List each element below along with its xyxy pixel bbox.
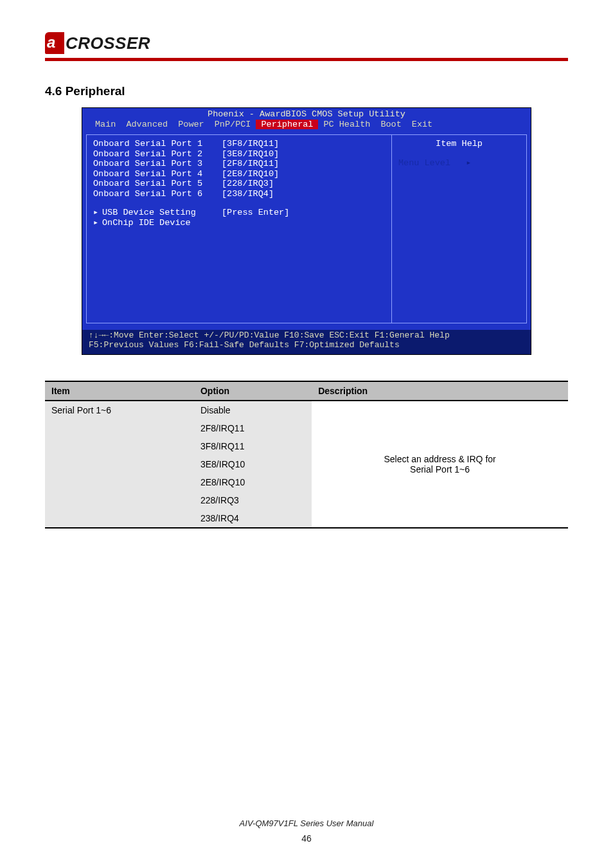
bios-row-value: [2F8/IRQ11]: [222, 159, 279, 169]
bios-row-value: [3E8/IRQ10]: [222, 149, 279, 159]
bios-subitem: ▸OnChip IDE Device: [93, 218, 385, 228]
bios-menu-advanced: Advanced: [121, 120, 173, 130]
bios-row: Onboard Serial Port 1[3F8/IRQ11]: [93, 139, 385, 149]
bios-subitem: ▸USB Device Setting[Press Enter]: [93, 208, 385, 218]
bios-row-label: Onboard Serial Port 1: [93, 139, 222, 149]
bios-row-value: [238/IRQ4]: [222, 189, 274, 199]
page-footer: AIV-QM97V1FL Series User Manual 46: [45, 818, 568, 844]
triangle-right-icon: ▸: [93, 218, 102, 228]
bios-subitem-label: ▸OnChip IDE Device: [93, 218, 222, 228]
cell-option: 228/IRQ3: [194, 491, 312, 509]
bios-row: Onboard Serial Port 5[228/IRQ3]: [93, 179, 385, 189]
page-number: 46: [45, 833, 568, 844]
bios-menubar: MainAdvancedPowerPnP/PCIPeripheralPC Hea…: [82, 120, 531, 131]
bios-footer: ↑↓→←:Move Enter:Select +/-/PU/PD:Value F…: [82, 330, 531, 354]
logo-text: CROSSER: [66, 35, 150, 51]
bios-row-value: [3F8/IRQ11]: [222, 139, 279, 149]
logo-mark: a: [45, 32, 64, 54]
bios-help-title: Item Help: [398, 139, 520, 149]
cell-option: 2E8/IRQ10: [194, 473, 312, 491]
bios-title: Phoenix - AwardBIOS CMOS Setup Utility: [82, 108, 531, 120]
bios-row: Onboard Serial Port 3[2F8/IRQ11]: [93, 159, 385, 169]
settings-table: Item Option Description Serial Port 1~6D…: [45, 381, 568, 529]
bios-menu-peripheral: Peripheral: [256, 120, 318, 130]
bios-left-pane: Onboard Serial Port 1[3F8/IRQ11] Onboard…: [86, 134, 392, 323]
bios-row: Onboard Serial Port 2[3E8/IRQ10]: [93, 149, 385, 159]
bios-subitem-label: ▸USB Device Setting: [93, 208, 222, 218]
col-option: Option: [194, 381, 312, 401]
bios-subitem-value: [Press Enter]: [222, 208, 289, 218]
bios-menu-boot: Boot: [375, 120, 406, 130]
cell-option: 238/IRQ4: [194, 509, 312, 528]
bios-menu-main: Main: [90, 120, 121, 130]
desc-line: Serial Port 1~6: [318, 464, 562, 475]
triangle-right-icon: ▸: [466, 158, 471, 168]
logo-a-letter: a: [47, 35, 55, 50]
bios-screenshot: Phoenix - AwardBIOS CMOS Setup Utility M…: [82, 107, 531, 355]
bios-row-value: [2E8/IRQ10]: [222, 169, 279, 179]
table-header-row: Item Option Description: [45, 381, 568, 401]
bios-row-label: Onboard Serial Port 6: [93, 189, 222, 199]
bios-row-value: [228/IRQ3]: [222, 179, 274, 189]
bios-menu-level: Menu Level ▸: [398, 158, 520, 168]
bios-menu-level-label: Menu Level: [398, 158, 450, 168]
bios-footer-line1: ↑↓→←:Move Enter:Select +/-/PU/PD:Value F…: [89, 331, 524, 341]
bios-menu-pchealth: PC Health: [318, 120, 375, 130]
col-description: Description: [312, 381, 568, 401]
bios-row: Onboard Serial Port 4[2E8/IRQ10]: [93, 169, 385, 179]
cell-option: 3E8/IRQ10: [194, 455, 312, 473]
table-row: Serial Port 1~6DisableSelect an address …: [45, 401, 568, 419]
bios-row-label: Onboard Serial Port 5: [93, 179, 222, 189]
cell-description: Select an address & IRQ forSerial Port 1…: [312, 401, 568, 528]
cell-option: Disable: [194, 401, 312, 419]
desc-line: Select an address & IRQ for: [318, 454, 562, 464]
cell-item: Serial Port 1~6: [45, 401, 194, 528]
brand-logo: a CROSSER: [45, 32, 568, 54]
bios-row: Onboard Serial Port 6[238/IRQ4]: [93, 189, 385, 199]
bios-menu-exit: Exit: [407, 120, 438, 130]
bios-menu-pnppci: PnP/PCI: [209, 120, 256, 130]
bios-footer-line2: F5:Previous Values F6:Fail-Safe Defaults…: [89, 341, 524, 350]
bios-help-pane: Item Help Menu Level ▸: [392, 134, 527, 323]
triangle-right-icon: ▸: [93, 208, 102, 218]
header-divider: [45, 58, 568, 61]
cell-option: 2F8/IRQ11: [194, 419, 312, 437]
bios-row-label: Onboard Serial Port 2: [93, 149, 222, 159]
footer-title: AIV-QM97V1FL Series User Manual: [45, 818, 568, 828]
col-item: Item: [45, 381, 194, 401]
cell-option: 3F8/IRQ11: [194, 437, 312, 455]
bios-row-label: Onboard Serial Port 3: [93, 159, 222, 169]
bios-row-label: Onboard Serial Port 4: [93, 169, 222, 179]
section-title: 4.6 Peripheral: [45, 84, 568, 98]
bios-menu-power: Power: [173, 120, 209, 130]
bios-body: Onboard Serial Port 1[3F8/IRQ11] Onboard…: [82, 131, 531, 330]
